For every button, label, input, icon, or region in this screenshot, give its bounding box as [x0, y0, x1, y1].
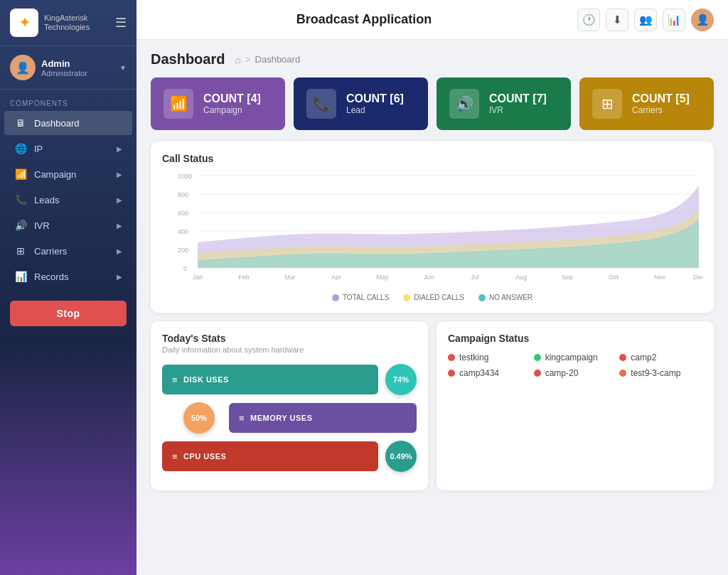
stat-card-lead: 📞 COUNT [6] Lead — [294, 77, 428, 130]
svg-text:400: 400 — [178, 228, 188, 235]
download-icon[interactable]: ⬇ — [606, 9, 628, 31]
campaign-item-camp2: camp2 — [619, 353, 702, 362]
campaign-item-test9-3-camp: test9-3-camp — [619, 368, 702, 378]
breadcrumb-separator: > — [245, 54, 251, 65]
breadcrumb-current: Dashboard — [255, 54, 301, 65]
sidebar-item-ivr[interactable]: 🔊 IVR ▶ — [4, 213, 132, 237]
svg-text:800: 800 — [178, 191, 188, 198]
test93camp-label: test9-3-camp — [631, 368, 680, 378]
stat-card-info-lead: COUNT [6] Lead — [346, 92, 404, 115]
sidebar: ✦ KingAsterisk Technologies ☰ 👤 Admin Ad… — [0, 0, 136, 575]
sidebar-item-label: Leads — [34, 195, 59, 205]
disk-usage-item: ≡ DISK USES 74% — [162, 364, 417, 395]
svg-text:Jun: Jun — [424, 274, 434, 281]
memory-usage-bar: ≡ MEMORY USES — [229, 403, 417, 433]
legend-total-calls: TOTAL CALLS — [332, 294, 389, 301]
clock-icon[interactable]: 🕐 — [577, 9, 600, 31]
kingcampaign-label: kingcampaign — [545, 353, 598, 362]
dialed-calls-dot — [403, 294, 410, 301]
chevron-down-icon: ▶ — [117, 273, 122, 281]
svg-text:Feb: Feb — [238, 274, 250, 281]
content-area: Dashboard ⌂ > Dashboard 📶 COUNT [4] Camp… — [136, 40, 728, 575]
camp20-label: camp-20 — [545, 368, 579, 378]
legend-total-calls-label: TOTAL CALLS — [343, 294, 389, 301]
users-icon[interactable]: 👥 — [634, 9, 657, 31]
cpu-bar-icon: ≡ — [172, 451, 178, 462]
sidebar-item-dashboard[interactable]: 🖥 Dashboard — [4, 111, 132, 135]
kingcampaign-dot — [534, 354, 541, 361]
chart-legend: TOTAL CALLS DIALED CALLS NO ANSWER — [162, 294, 702, 301]
lead-label: Lead — [346, 105, 404, 115]
user-dropdown-arrow[interactable]: ▼ — [119, 64, 127, 72]
campaign-status-card: Campaign Status testking kingcampaign ca… — [437, 321, 714, 490]
app-title: Broadcast Application — [151, 12, 577, 27]
test93camp-dot — [619, 370, 626, 377]
campaign-stat-icon: 📶 — [164, 89, 193, 119]
svg-text:Oct: Oct — [609, 274, 619, 281]
user-avatar-icon[interactable]: 👤 — [691, 9, 714, 31]
disk-label: DISK USES — [183, 375, 229, 384]
camp20-dot — [534, 370, 541, 377]
sidebar-item-label: Carriers — [34, 246, 67, 257]
stat-card-info-campaign: COUNT [4] Campaign — [203, 92, 261, 115]
user-role: Administrator — [41, 69, 114, 77]
legend-dialed-calls-label: DIALED CALLS — [414, 294, 464, 301]
memory-usage-item: 50% ≡ MEMORY USES — [162, 402, 417, 434]
carriers-stat-icon: ⊞ — [592, 89, 622, 119]
svg-text:Jan: Jan — [193, 274, 203, 281]
campaign-count: COUNT [4] — [203, 92, 261, 105]
camp2-dot — [619, 354, 626, 361]
todays-stats-title: Today's Stats — [162, 333, 417, 344]
sidebar-item-leads[interactable]: 📞 Leads ▶ — [4, 188, 132, 212]
home-icon: ⌂ — [235, 54, 240, 65]
chart-icon[interactable]: 📊 — [663, 9, 685, 31]
lead-count: COUNT [6] — [346, 92, 404, 105]
topbar: Broadcast Application 🕐 ⬇ 👥 📊 👤 — [136, 0, 728, 40]
sidebar-item-campaign[interactable]: 📶 Campaign ▶ — [4, 162, 132, 186]
stop-button[interactable]: Stop — [10, 301, 127, 326]
call-status-chart: 1000 800 600 400 200 0 — [162, 171, 702, 285]
campaign-status-grid: testking kingcampaign camp2 camp3434 — [448, 353, 702, 378]
campaign-status-title: Campaign Status — [448, 333, 702, 344]
user-info: Admin Administrator — [41, 58, 114, 77]
legend-no-answer-label: NO ANSWER — [489, 294, 532, 301]
ivr-label: IVR — [489, 105, 547, 115]
ip-icon: 🌐 — [14, 143, 27, 154]
leads-icon: 📞 — [14, 194, 27, 205]
dashboard-icon: 🖥 — [14, 117, 27, 129]
stat-card-carriers: ⊞ COUNT [5] Carriers — [579, 77, 714, 130]
legend-dialed-calls: DIALED CALLS — [403, 294, 464, 301]
campaign-label: Campaign — [203, 105, 261, 115]
camp3434-dot — [448, 370, 455, 377]
sidebar-logo: ✦ KingAsterisk Technologies ☰ — [0, 0, 136, 46]
call-status-card: Call Status 1000 800 600 400 200 0 — [151, 141, 714, 313]
svg-text:Sep: Sep — [562, 274, 573, 281]
cpu-badge: 0.49% — [385, 441, 417, 472]
sidebar-item-label: Campaign — [34, 169, 76, 180]
user-profile: 👤 Admin Administrator ▼ — [0, 46, 136, 90]
sidebar-item-ip[interactable]: 🌐 IP ▶ — [4, 136, 132, 161]
todays-stats-subtitle: Daily information about system hardware — [162, 345, 417, 354]
cpu-usage-bar: ≡ CPU USES — [162, 441, 378, 471]
camp2-label: camp2 — [631, 353, 656, 362]
stat-card-info-ivr: COUNT [7] IVR — [489, 92, 547, 115]
bottom-row: Today's Stats Daily information about sy… — [151, 321, 714, 490]
disk-bar-icon: ≡ — [172, 375, 178, 385]
svg-text:200: 200 — [178, 247, 188, 254]
hamburger-icon[interactable]: ☰ — [115, 15, 127, 31]
topbar-icons: 🕐 ⬇ 👥 📊 👤 — [577, 9, 714, 31]
disk-badge: 74% — [385, 364, 417, 395]
campaign-item-camp20: camp-20 — [534, 368, 617, 378]
testking-dot — [448, 354, 455, 361]
records-icon: 📊 — [14, 271, 27, 282]
stat-card-campaign: 📶 COUNT [4] Campaign — [151, 77, 285, 130]
sidebar-item-records[interactable]: 📊 Records ▶ — [4, 264, 132, 289]
memory-label: MEMORY USES — [250, 414, 312, 422]
cpu-value: 0.49% — [390, 452, 412, 461]
logo-text: KingAsterisk Technologies — [44, 14, 109, 32]
sidebar-item-carriers[interactable]: ⊞ Carriers ▶ — [4, 239, 132, 263]
svg-text:Dec: Dec — [693, 274, 702, 281]
ivr-stat-icon: 🔊 — [449, 89, 479, 119]
call-status-title: Call Status — [162, 153, 702, 164]
stat-card-info-carriers: COUNT [5] Carriers — [632, 92, 690, 115]
